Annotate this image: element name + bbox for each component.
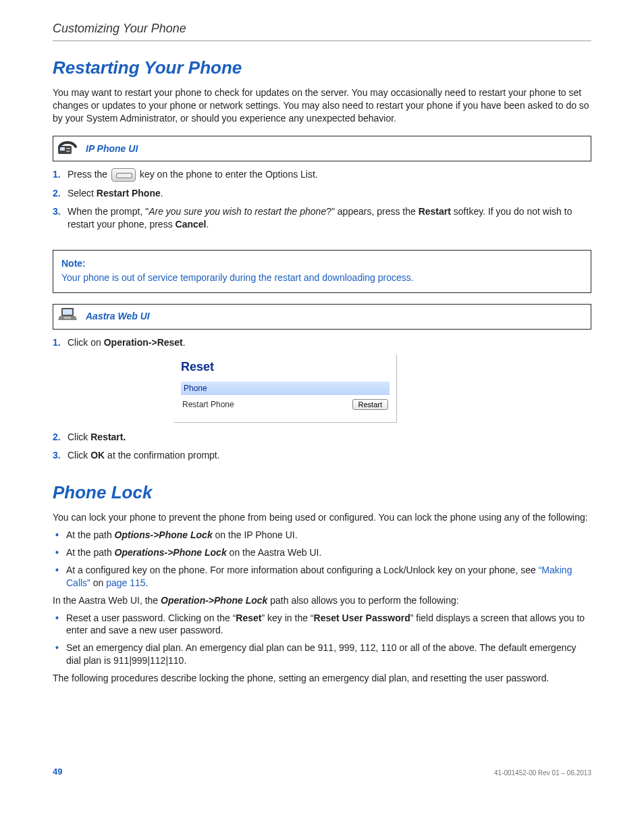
- svg-rect-1: [60, 147, 65, 151]
- web-ui-steps-2: 2. Click Restart. 3. Click OK at the con…: [53, 431, 591, 462]
- step-number: 1.: [53, 168, 61, 181]
- step-text: key on the phone to enter the Options Li…: [140, 169, 318, 180]
- ip-step-2: 2. Select Restart Phone.: [53, 187, 591, 200]
- header-rule: [53, 41, 591, 41]
- callout-ip-phone-ui: IP Phone UI: [53, 136, 591, 161]
- section-title-restart: Restarting Your Phone: [53, 56, 591, 80]
- laptop-icon: [57, 307, 78, 326]
- step-text: .: [161, 188, 163, 199]
- bullet-text: At the path: [66, 547, 115, 558]
- callout-label-web-ui: Aastra Web UI: [86, 310, 150, 323]
- lock2-bullet-2: Set an emergency dial plan. An emergency…: [53, 642, 591, 667]
- screenshot-row-label: Restart Phone: [182, 399, 234, 410]
- web-step-3: 3. Click OK at the confirmation prompt.: [53, 449, 591, 462]
- note-title: Note:: [61, 257, 583, 270]
- web-ui-steps-1: 1. Click on Operation->Reset.: [53, 336, 591, 349]
- note-box: Note: Your phone is out of service tempo…: [53, 250, 591, 293]
- screenshot-title: Reset: [181, 359, 390, 375]
- lock2-bullet-1: Reset a user password. Clicking on the “…: [53, 612, 591, 637]
- step-italic: Are you sure you wish to restart the pho…: [149, 206, 326, 217]
- page-number: 49: [53, 766, 62, 778]
- web-step-2: 2. Click Restart.: [53, 431, 591, 444]
- bullet-text: Set an emergency dial plan. An emergency…: [66, 642, 576, 666]
- text: In the Aastra Web UI, the: [53, 595, 161, 606]
- step-text: Select: [68, 188, 97, 199]
- screenshot-section-header: Phone: [181, 382, 390, 395]
- lock-bullets-2: Reset a user password. Clicking on the “…: [53, 612, 591, 668]
- doc-revision: 41-001452-00 Rev 01 – 06.2013: [494, 768, 591, 778]
- text: path also allows you to perform the foll…: [270, 595, 458, 606]
- desk-phone-icon: [57, 140, 78, 157]
- bullet-text: on the IP Phone UI.: [213, 529, 298, 540]
- bullet-bold: Reset: [236, 613, 261, 623]
- bullet-text: .: [146, 577, 149, 588]
- step-text: at the confirmation prompt.: [105, 450, 219, 461]
- lock-bullet-2: At the path Operations->Phone Lock on th…: [53, 546, 591, 559]
- bullet-text: ” key in the “: [261, 613, 313, 623]
- step-text: .: [183, 337, 186, 348]
- bullet-text: on the Aastra Web UI.: [227, 547, 322, 558]
- step-bold: Restart Phone: [97, 188, 161, 199]
- step-number: 1.: [53, 336, 61, 349]
- reset-screenshot: Reset Phone Restart Phone Restart: [174, 355, 397, 423]
- restart-button[interactable]: Restart: [352, 399, 388, 410]
- screenshot-row-restart: Restart Phone Restart: [181, 398, 390, 411]
- bullet-path: Options->Phone Lock: [115, 529, 213, 540]
- ip-phone-steps: 1. Press the key on the phone to enter t…: [53, 168, 591, 231]
- step-text: ?" appears, press the: [326, 206, 419, 217]
- ip-step-3: 3. When the prompt, "Are you sure you wi…: [53, 205, 591, 231]
- ip-step-1: 1. Press the key on the phone to enter t…: [53, 168, 591, 182]
- restart-intro: You may want to restart your phone to ch…: [53, 86, 591, 125]
- step-bold: Restart.: [90, 432, 126, 442]
- lock-bullet-3: At a configured key on the phone. For mo…: [53, 564, 591, 590]
- step-text: When the prompt, ": [68, 206, 149, 217]
- step-text: Click: [68, 450, 90, 461]
- step-bold: Operation->Reset: [104, 337, 183, 348]
- lock-bullets: At the path Options->Phone Lock on the I…: [53, 529, 591, 590]
- bullet-path: Operations->Phone Lock: [115, 547, 227, 558]
- svg-rect-5: [63, 309, 72, 315]
- section-title-phone-lock: Phone Lock: [53, 481, 591, 504]
- step-number: 3.: [53, 205, 61, 218]
- step-bold: Cancel: [176, 219, 207, 230]
- lock-intro: You can lock your phone to prevent the p…: [53, 511, 591, 524]
- lock-mid-paragraph: In the Aastra Web UI, the Operation->Pho…: [53, 594, 591, 607]
- web-step-1: 1. Click on Operation->Reset.: [53, 336, 591, 349]
- running-header: Customizing Your Phone: [53, 20, 591, 36]
- step-number: 2.: [53, 431, 61, 444]
- bullet-text: At the path: [66, 529, 115, 540]
- bullet-text: on: [90, 577, 106, 588]
- bullet-text: Reset a user password. Clicking on the “: [66, 613, 236, 623]
- step-number: 2.: [53, 187, 61, 200]
- link-page-115[interactable]: page 115: [106, 577, 145, 588]
- svg-rect-2: [66, 148, 70, 149]
- callout-label-ip-phone: IP Phone UI: [86, 142, 138, 155]
- lock-bullet-1: At the path Options->Phone Lock on the I…: [53, 529, 591, 542]
- step-number: 3.: [53, 449, 61, 462]
- step-bold: Restart: [419, 206, 451, 217]
- step-text: .: [206, 219, 209, 230]
- step-text: Click on: [68, 337, 104, 348]
- bullet-text: At a configured key on the phone. For mo…: [66, 565, 539, 575]
- page-footer: 49 41-001452-00 Rev 01 – 06.2013: [53, 766, 591, 778]
- callout-aastra-web-ui: Aastra Web UI: [53, 304, 591, 330]
- options-key-icon: [111, 168, 136, 182]
- lock-closing: The following procedures describe lockin…: [53, 672, 591, 685]
- step-text: Press the: [68, 169, 110, 180]
- note-body: Your phone is out of service temporarily…: [61, 271, 583, 284]
- step-text: Click: [68, 432, 90, 442]
- svg-rect-3: [66, 151, 70, 152]
- svg-rect-6: [64, 317, 71, 319]
- path-label: Operation->Phone Lock: [161, 595, 267, 606]
- step-bold: OK: [90, 450, 105, 461]
- bullet-bold: Reset User Password: [314, 613, 410, 623]
